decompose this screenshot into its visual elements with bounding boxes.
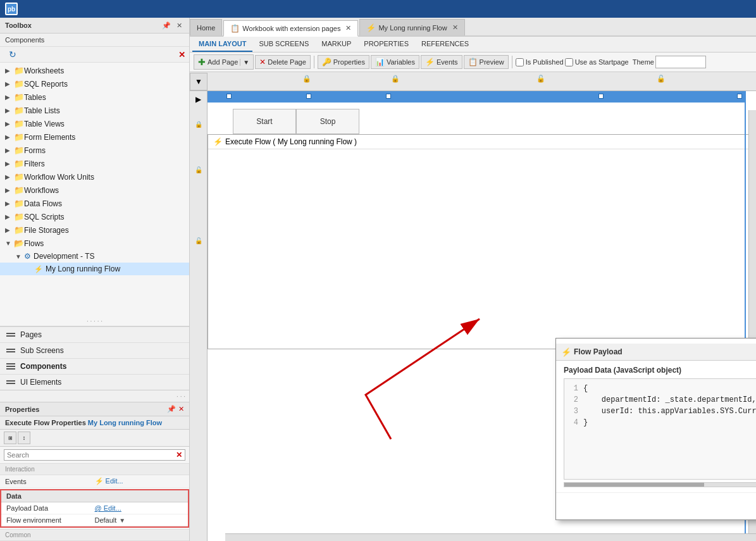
folder-icon-data-flows: 📁: [14, 199, 24, 208]
sort-btn-1[interactable]: ⊞: [4, 432, 16, 444]
sub-tab-markup[interactable]: MARKUP: [315, 37, 357, 52]
sort-btn-2[interactable]: ↕: [18, 432, 30, 444]
top-ruler: ▼ 🔒 🔒 🔓 🔓: [190, 72, 756, 91]
code-editor[interactable]: 1 { 2 departmentId: _state.departmentId,…: [564, 378, 756, 480]
tab-workbook-close[interactable]: ✕: [345, 24, 351, 32]
code-text-4: }: [583, 417, 588, 428]
search-input[interactable]: [4, 450, 173, 460]
search-clear-icon[interactable]: ✕: [173, 451, 185, 459]
tree-item-dev-ts[interactable]: ▼ ⚙ Development - TS: [0, 250, 189, 263]
horizontal-scrollbar[interactable]: [225, 533, 756, 541]
tree-item-table-lists[interactable]: ▶ 📁 Table Lists: [0, 104, 189, 117]
variables-button[interactable]: 📊 Variables: [371, 55, 419, 69]
tree-item-worksheets[interactable]: ▶ 📁 Worksheets: [0, 64, 189, 77]
folder-icon-sql-scripts: 📁: [14, 212, 24, 221]
ruler-lock-icon-left-2: 🔓: [195, 166, 202, 173]
ruler-lock-icon-left-3: 🔓: [195, 237, 202, 244]
sub-tab-references[interactable]: REFERENCES: [415, 37, 475, 52]
tree-item-my-long-flow[interactable]: ⚡ My Long running Flow: [0, 263, 189, 275]
toolbox-pin-icon[interactable]: 📌: [161, 20, 171, 30]
tree-item-workflow-work-units[interactable]: ▶ 📁 Workflow Work Units: [0, 170, 189, 183]
nav-more-dots[interactable]: · · ·: [177, 393, 185, 400]
ruler-right-arrow[interactable]: ▶: [190, 91, 207, 108]
tree-item-file-storages[interactable]: ▶ 📁 File Storages: [0, 223, 189, 237]
theme-input[interactable]: [655, 56, 706, 68]
props-key-events: Events: [5, 478, 95, 485]
props-pin-icon[interactable]: 📌: [167, 405, 176, 413]
flow-env-dropdown[interactable]: ▼: [119, 517, 125, 524]
folder-icon-tables: 📁: [14, 92, 24, 102]
sub-tab-main-layout[interactable]: MAIN LAYOUT: [192, 37, 252, 52]
nav-item-pages[interactable]: Pages: [0, 326, 189, 342]
is-published-checkbox[interactable]: [516, 58, 524, 66]
props-header: Properties 📌 ✕: [0, 402, 189, 416]
folder-icon-flows: 📂: [14, 239, 24, 248]
tab-workbook[interactable]: 📋 Workbook with extension pages ✕: [223, 20, 358, 37]
nav-label-sub-screens: Sub Screens: [20, 346, 64, 355]
props-val-payload[interactable]: @ Edit...: [95, 504, 183, 512]
main-layout: Toolbox 📌 ✕ Components ↻ ✕ ▶ 📁 Worksheet…: [0, 18, 756, 541]
tree-item-data-flows[interactable]: ▶ 📁 Data Flows: [0, 197, 189, 210]
execute-flow-header: ⚡ Execute Flow ( My Long running Flow ): [208, 135, 755, 149]
nav-ui-elements-icon: [6, 380, 15, 384]
payload-edit-link[interactable]: @ Edit...: [95, 504, 121, 512]
folder-icon-worksheets: 📁: [14, 66, 24, 75]
tab-my-flow[interactable]: ⚡ My Long running Flow ✕: [359, 19, 464, 35]
stop-button[interactable]: Stop: [296, 109, 359, 134]
sub-tab-sub-screens[interactable]: SUB SCREENS: [252, 37, 315, 52]
tab-my-flow-close[interactable]: ✕: [452, 23, 458, 32]
tab-bar: Home 📋 Workbook with extension pages ✕ ⚡…: [190, 18, 756, 37]
tree-item-filters[interactable]: ▶ 📁 Filters: [0, 157, 189, 170]
properties-button[interactable]: 🔑 Properties: [318, 55, 369, 69]
props-val-flow-env: Default ▼: [95, 516, 183, 524]
props-val-events[interactable]: ⚡ Edit...: [95, 477, 185, 485]
tree-item-flows[interactable]: ▼ 📂 Flows: [0, 237, 189, 250]
code-text-1: {: [583, 383, 588, 394]
left-ruler: ▶ 🔒 🔓 🔓: [190, 91, 208, 541]
toolbox-panel-close[interactable]: ✕: [178, 50, 185, 59]
props-section-common: Common: [0, 529, 189, 541]
start-button[interactable]: Start: [233, 109, 296, 134]
tree-item-sql-reports[interactable]: ▶ 📁 SQL Reports: [0, 77, 189, 90]
props-close-icon[interactable]: ✕: [178, 405, 184, 413]
ruler-down-arrow[interactable]: ▼: [190, 73, 208, 90]
dialog-flow-icon: ⚡: [561, 347, 571, 357]
tree-item-tables[interactable]: ▶ 📁 Tables: [0, 90, 189, 104]
tree-arrow-workflow-work-units: ▶: [5, 173, 14, 180]
add-page-button[interactable]: ✚ Add Page ▼: [194, 54, 254, 70]
nav-item-ui-elements[interactable]: UI Elements: [0, 374, 189, 390]
nav-item-components[interactable]: Components: [0, 358, 189, 374]
tree-item-forms[interactable]: ▶ 📁 Forms: [0, 144, 189, 157]
tree-label-table-views: Table Views: [24, 120, 65, 128]
execute-flow-label: Execute Flow Properties My Long running …: [0, 416, 189, 430]
scroll-indicator-dots[interactable]: · · · · ·: [0, 316, 189, 326]
props-key-payload: Payload Data: [6, 504, 95, 512]
sub-tab-properties[interactable]: PROPERTIES: [357, 37, 415, 52]
tree-arrow-data-flows: ▶: [5, 200, 14, 207]
tree-item-table-views[interactable]: ▶ 📁 Table Views: [0, 117, 189, 130]
tree-item-workflows[interactable]: ▶ 📁 Workflows: [0, 183, 189, 197]
search-box: ✕: [4, 449, 185, 461]
add-page-icon: ✚: [198, 57, 206, 67]
refresh-button[interactable]: ↻: [4, 48, 22, 61]
editor-scrollbar[interactable]: [564, 482, 756, 487]
code-text-3: userId: this.appVariables.SYS.CurrentUse…: [583, 406, 756, 417]
tab-home[interactable]: Home: [190, 19, 222, 35]
tree-item-sql-scripts[interactable]: ▶ 📁 SQL Scripts: [0, 210, 189, 223]
delete-page-icon: ✕: [259, 58, 266, 66]
dialog-footer: Ok Cancel: [556, 492, 756, 519]
execute-flow-text: Execute Flow ( My Long running Flow ): [225, 137, 357, 146]
toolbox-close-icon[interactable]: ✕: [174, 20, 184, 30]
delete-page-button[interactable]: ✕ Delete Page: [255, 55, 311, 69]
tree-item-form-elements[interactable]: ▶ 📁 Form Elements: [0, 130, 189, 144]
tree-arrow-worksheets: ▶: [5, 67, 14, 74]
nav-item-sub-screens[interactable]: Sub Screens: [0, 342, 189, 358]
props-header-icons: 📌 ✕: [167, 405, 184, 413]
preview-button[interactable]: 📋 Preview: [464, 55, 509, 69]
nav-components-icon: [6, 363, 15, 370]
tree-label-dev-ts: Development - TS: [34, 252, 95, 261]
events-button[interactable]: ⚡ Events: [421, 55, 462, 69]
add-page-dropdown-icon[interactable]: ▼: [240, 59, 249, 66]
use-as-startpage-checkbox[interactable]: [565, 58, 573, 66]
dialog-titlebar: ⚡ Flow Payload — □ ✕: [556, 344, 756, 361]
